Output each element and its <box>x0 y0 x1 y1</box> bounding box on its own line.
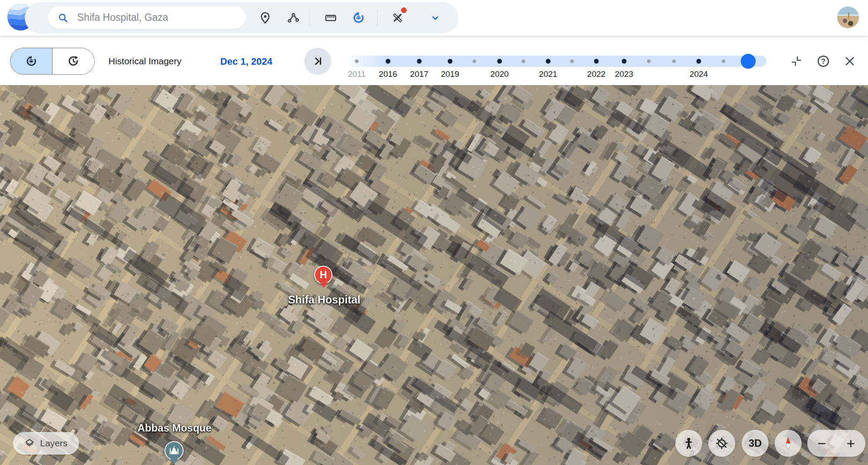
chevron-down-icon <box>430 12 441 23</box>
draw-path-icon <box>287 11 300 24</box>
close-historical-imagery-button[interactable] <box>840 52 859 71</box>
zoom-in-button[interactable]: + <box>836 430 865 457</box>
top-bar <box>0 0 868 36</box>
historical-imagery-title: Historical Imagery <box>108 56 181 66</box>
toolbar-divider <box>309 10 310 26</box>
historical-imagery-button[interactable] <box>348 7 369 28</box>
timeline-year-label: 2017 <box>410 69 428 79</box>
timeline-stop[interactable] <box>647 59 651 63</box>
timeline-stop-2022[interactable] <box>594 59 599 64</box>
abbas-mosque-label: Abbas Mosque <box>138 422 212 434</box>
measure-icon <box>324 11 337 24</box>
3d-toggle-button[interactable]: 3D <box>742 430 769 457</box>
historical-imagery-icon <box>352 11 365 25</box>
timeline-year-label: 2019 <box>441 69 459 79</box>
pegman-icon <box>682 437 695 450</box>
search-input[interactable] <box>76 11 237 24</box>
collapse-timeline-button[interactable] <box>787 52 806 71</box>
hospital-marker[interactable]: H <box>314 266 332 284</box>
google-earth-app: Historical Imagery Dec 1, 2024 201120162… <box>0 0 868 465</box>
timeline-handle[interactable] <box>741 54 756 69</box>
mosque-icon <box>168 445 180 457</box>
timeline-year-label: 2024 <box>690 69 708 79</box>
timeline-stop-2017[interactable] <box>417 59 422 64</box>
clock-icon <box>67 55 80 68</box>
notification-dot <box>401 7 407 13</box>
tools-icon <box>391 11 404 24</box>
timeline-stop-2020[interactable] <box>497 59 502 64</box>
timeline-stop-2023[interactable] <box>622 59 627 64</box>
close-icon <box>844 55 856 67</box>
add-placemark-icon <box>259 11 272 24</box>
3d-label: 3D <box>749 437 762 449</box>
search-icon <box>57 12 69 23</box>
zoom-out-button[interactable]: − <box>807 430 836 457</box>
timeline-stop-2016[interactable] <box>386 59 391 64</box>
account-avatar[interactable] <box>837 7 859 28</box>
historical-globe-icon <box>25 55 38 68</box>
clock-mode-button[interactable] <box>52 48 94 74</box>
map-viewport[interactable]: H Shifa Hospital Abbas Mosque Layers <box>0 85 868 465</box>
timeline-stop[interactable] <box>570 59 574 63</box>
shifa-hospital-label: Shifa Hospital <box>288 294 361 306</box>
timeline-stop-2021[interactable] <box>546 59 551 64</box>
timeline-year-label: 2016 <box>379 69 397 79</box>
layers-label: Layers <box>40 438 67 449</box>
imagery-date[interactable]: Dec 1, 2024 <box>217 56 276 67</box>
toolbar-divider <box>377 10 378 26</box>
satellite-imagery <box>0 85 868 465</box>
timeline-stop-2019[interactable] <box>448 59 453 64</box>
timeline-year-label: 2022 <box>587 69 605 79</box>
svg-text:?: ? <box>821 58 825 65</box>
imagery-timeline[interactable]: 201120162017201920202021202220232024 <box>347 56 766 67</box>
timeline-stop[interactable] <box>522 59 525 63</box>
tools-button[interactable] <box>387 7 408 28</box>
search-box[interactable] <box>48 6 246 29</box>
draw-path-button[interactable] <box>283 7 304 28</box>
skip-to-end-icon <box>312 55 324 67</box>
timeline-stop[interactable] <box>473 59 476 63</box>
toolbar <box>25 2 458 33</box>
compass-button[interactable] <box>775 430 802 457</box>
imagery-mode-toggle <box>10 48 95 75</box>
toolbar-expand-button[interactable] <box>425 7 446 28</box>
timeline-year-label: 2020 <box>490 69 509 79</box>
timeline-year-label: 2023 <box>615 69 633 79</box>
timeline-stop-2024[interactable] <box>697 59 701 64</box>
timeline-stop[interactable] <box>672 59 676 63</box>
timeline-stop-2011[interactable] <box>355 59 358 63</box>
skip-to-latest-button[interactable] <box>304 48 331 75</box>
help-button[interactable]: ? <box>814 52 833 71</box>
mosque-marker-tail <box>171 459 178 464</box>
collapse-icon <box>791 56 802 67</box>
timeline-year-label: 2021 <box>539 69 557 79</box>
location-off-icon <box>715 437 728 450</box>
hospital-marker-tail <box>320 283 327 288</box>
add-placemark-button[interactable] <box>255 7 276 28</box>
layers-button[interactable]: Layers <box>13 432 79 455</box>
compass-needle-icon <box>781 436 796 451</box>
timeline-stop[interactable] <box>722 59 725 63</box>
timeline-year-label: 2011 <box>348 69 366 79</box>
historical-mode-button[interactable] <box>10 48 52 74</box>
street-view-button[interactable] <box>675 430 702 457</box>
mosque-marker[interactable] <box>164 441 184 460</box>
historical-imagery-bar: Historical Imagery Dec 1, 2024 201120162… <box>0 36 868 85</box>
help-icon: ? <box>817 55 830 68</box>
layers-icon <box>24 438 35 449</box>
my-location-button[interactable] <box>708 430 735 457</box>
zoom-controls: − + <box>807 430 865 457</box>
measure-button[interactable] <box>320 7 341 28</box>
